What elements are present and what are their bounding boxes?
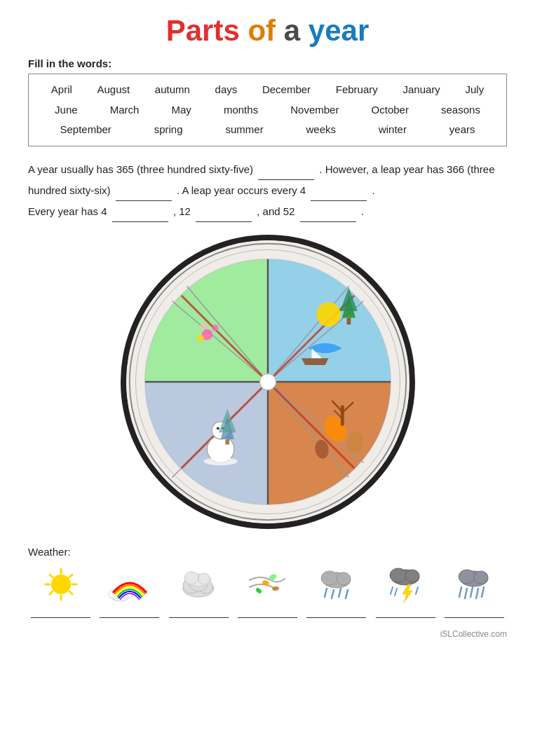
weather-icons-row: [28, 566, 507, 603]
weather-label: Weather:: [28, 546, 507, 558]
weather-section: Weather:: [28, 546, 507, 618]
seasons-wheel: [121, 235, 415, 529]
weather-line-4[interactable]: [238, 608, 297, 618]
svg-line-68: [332, 590, 334, 598]
weather-icon-stormy: [376, 566, 435, 603]
sun-icon: [39, 566, 83, 603]
svg-point-14: [316, 302, 341, 327]
word-april: April: [47, 80, 76, 100]
word-seasons: seasons: [437, 100, 485, 121]
blank-5[interactable]: [196, 221, 252, 222]
word-months: months: [219, 100, 262, 121]
word-october: October: [367, 100, 413, 121]
svg-line-49: [50, 591, 53, 594]
svg-line-77: [416, 587, 418, 594]
svg-rect-29: [346, 317, 351, 324]
word-winter: winter: [374, 120, 411, 140]
word-february: February: [332, 80, 382, 100]
svg-line-82: [465, 589, 467, 598]
svg-point-41: [51, 575, 71, 594]
word-march: March: [106, 100, 144, 121]
weather-icon-rainbow: [100, 566, 159, 603]
word-may: May: [167, 100, 195, 121]
word-row-1: April August autumn days December Februa…: [39, 80, 496, 100]
weather-icon-windy: [238, 566, 297, 603]
blank-1[interactable]: [258, 179, 314, 180]
svg-point-58: [184, 572, 198, 584]
svg-line-47: [69, 591, 72, 594]
word-december: December: [258, 80, 315, 100]
svg-point-79: [459, 570, 475, 584]
blank-4[interactable]: [112, 221, 168, 222]
word-row-3: September spring summer weeks winter yea…: [39, 120, 496, 140]
svg-point-22: [203, 457, 237, 465]
svg-rect-32: [225, 439, 229, 444]
word-november: November: [286, 100, 343, 121]
word-autumn: autumn: [151, 80, 194, 100]
title-parts: Parts: [166, 14, 240, 47]
cloud-icon: [176, 566, 221, 603]
weather-line-5[interactable]: [306, 608, 366, 618]
svg-line-48: [69, 575, 72, 577]
title-of: of: [248, 14, 276, 47]
svg-point-38: [259, 373, 276, 390]
storm-icon: [383, 566, 428, 603]
svg-marker-74: [402, 584, 412, 603]
rain-icon: [314, 566, 359, 603]
svg-point-20: [216, 427, 219, 429]
word-summer: summer: [221, 120, 267, 140]
title-a: a: [284, 14, 300, 47]
svg-line-70: [346, 590, 348, 598]
svg-point-65: [321, 571, 338, 585]
rainbow-icon: [107, 566, 152, 603]
svg-line-85: [482, 587, 484, 597]
sentence-1: A year usually has 365 (three hundred si…: [28, 159, 507, 201]
word-row-2: June March May months November October s…: [39, 100, 496, 121]
weather-icon-cloudy: [169, 566, 229, 603]
word-september: September: [55, 120, 115, 140]
weather-icon-heavy-rain: [445, 566, 504, 603]
svg-line-84: [476, 589, 478, 598]
svg-point-24: [200, 323, 207, 330]
weather-line-1[interactable]: [31, 608, 90, 618]
svg-line-76: [395, 589, 397, 596]
weather-line-3[interactable]: [169, 608, 229, 618]
weather-line-2[interactable]: [100, 608, 159, 618]
wheel-svg: [126, 240, 409, 523]
word-june: June: [50, 100, 82, 121]
weather-line-6[interactable]: [376, 608, 435, 618]
word-august: August: [93, 80, 135, 100]
weather-icon-rainy: [306, 566, 366, 603]
word-years: years: [445, 120, 480, 140]
svg-point-80: [474, 571, 488, 584]
svg-rect-33: [340, 405, 344, 425]
svg-line-67: [325, 589, 327, 597]
svg-line-46: [50, 575, 53, 577]
weather-icon-sunny: [31, 566, 90, 603]
svg-line-69: [339, 589, 341, 597]
svg-point-59: [198, 573, 210, 584]
heavy-rain-icon: [452, 566, 496, 603]
fill-label: Fill in the words:: [28, 57, 507, 69]
svg-point-72: [390, 568, 407, 582]
word-weeks: weeks: [302, 120, 341, 140]
wheel-outer-ring: [121, 235, 415, 529]
word-july: July: [461, 80, 488, 100]
svg-line-75: [391, 587, 393, 594]
word-january: January: [398, 80, 444, 100]
sentence-2: Every year has 4 , 12 , and 52 .: [28, 201, 507, 222]
svg-line-81: [459, 587, 461, 597]
svg-point-73: [405, 570, 419, 582]
isl-credit: iSLCollective.com: [28, 629, 507, 639]
seasons-wheel-section: [28, 235, 507, 529]
svg-point-25: [212, 324, 219, 331]
svg-point-63: [255, 586, 263, 593]
weather-line-7[interactable]: [445, 608, 504, 618]
sentences-section: A year usually has 365 (three hundred si…: [28, 159, 507, 222]
title-year: year: [309, 14, 369, 47]
page-title: Parts of a year: [28, 14, 507, 48]
word-spring: spring: [150, 120, 187, 140]
blank-6[interactable]: [300, 221, 356, 222]
svg-point-26: [197, 334, 204, 341]
word-box: April August autumn days December Februa…: [28, 74, 507, 146]
